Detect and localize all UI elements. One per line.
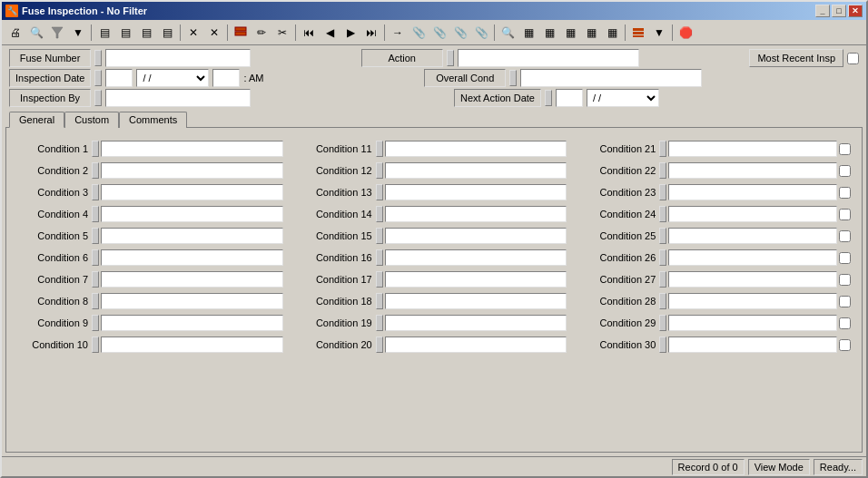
condition-checkbox-25[interactable] [839,230,851,242]
inspection-date-input[interactable] [105,69,133,87]
next-action-input[interactable] [556,89,583,107]
condition-checkbox-24[interactable] [839,209,851,220]
condition-input-2[interactable] [101,162,283,179]
toolbar-arrow[interactable]: → [388,23,408,43]
condition-input-5[interactable] [101,228,283,244]
condition-input-26[interactable] [668,249,837,266]
condition-input-16[interactable] [385,249,567,266]
most-recent-insp-button[interactable]: Most Recent Insp [749,49,843,67]
condition-input-19[interactable] [385,315,567,331]
toolbar-grid3[interactable]: ▦ [560,23,580,43]
next-action-select[interactable]: / / [587,89,659,107]
condition-checkbox-29[interactable] [839,317,851,329]
toolbar-layers[interactable] [231,23,251,43]
toolbar-pencil[interactable]: ✏ [252,23,271,43]
condition-input-24[interactable] [668,206,837,222]
condition-input-1[interactable] [101,141,283,157]
toolbar-grid4[interactable]: ▦ [581,23,601,43]
condition-input-29[interactable] [668,315,837,331]
condition-input-30[interactable] [668,337,837,353]
toolbar-delete1[interactable]: ✕ [183,23,203,43]
condition-input-4[interactable] [101,206,283,222]
toolbar-stop[interactable]: 🛑 [676,23,695,43]
condition-input-8[interactable] [101,293,283,309]
toolbar-list3[interactable]: ▤ [136,23,156,43]
condition-checkbox-28[interactable] [839,296,851,307]
condition-checkbox-23[interactable] [839,187,851,199]
toolbar-prev[interactable]: ◀ [320,23,340,43]
tab-custom[interactable]: Custom [64,112,119,128]
condition-input-13[interactable] [385,184,567,200]
fuse-number-input[interactable] [105,49,251,67]
condition-checkbox-21[interactable] [839,143,851,155]
condition-label-4: Condition 4 [17,209,90,219]
toolbar-list1[interactable]: ▤ [94,23,114,43]
condition-row-19: Condition 19 [301,313,567,333]
toolbar-list4[interactable]: ▤ [157,23,177,43]
condition-input-6[interactable] [101,249,283,266]
condition-input-25[interactable] [668,228,837,244]
toolbar-attach4[interactable]: 📎 [471,23,491,43]
inspection-by-input[interactable] [105,89,251,107]
toolbar-first[interactable]: ⏮ [299,23,319,43]
condition-input-28[interactable] [668,293,837,309]
inspection-time-input[interactable] [212,69,240,87]
condition-input-10[interactable] [101,337,283,353]
toolbar-attach3[interactable]: 📎 [450,23,470,43]
toolbar-filter[interactable] [47,23,67,43]
condition-input-11[interactable] [385,141,567,157]
toolbar-next[interactable]: ▶ [340,23,360,43]
toolbar-filter-dropdown[interactable]: ▼ [68,23,88,43]
condition-checkbox-22[interactable] [839,165,851,177]
toolbar-grid2[interactable]: ▦ [539,23,559,43]
condition-input-23[interactable] [668,184,837,200]
condition-checkbox-26[interactable] [839,252,851,264]
toolbar-dropdown2[interactable]: ▼ [649,23,669,43]
toolbar-delete2[interactable]: ✕ [204,23,224,43]
toolbar-list2[interactable]: ▤ [115,23,135,43]
toolbar-preview[interactable]: 🔍 [26,23,46,43]
condition-label-5: Condition 5 [17,230,90,241]
condition-input-15[interactable] [385,228,567,244]
condition-indicator-27 [659,271,666,288]
condition-input-17[interactable] [385,271,567,288]
tabs: General Custom Comments [9,111,859,127]
condition-label-24: Condition 24 [585,209,657,219]
maximize-button[interactable]: □ [832,5,846,17]
condition-input-3[interactable] [101,184,283,200]
condition-checkbox-30[interactable] [839,339,851,351]
minimize-button[interactable]: _ [815,5,830,17]
condition-input-7[interactable] [101,271,283,288]
inspection-date-select[interactable]: / / [136,69,209,87]
inspection-date-indicator [94,70,102,86]
condition-label-19: Condition 19 [301,317,374,328]
action-input[interactable] [458,49,639,67]
toolbar-last[interactable]: ⏭ [361,23,381,43]
toolbar-grid5[interactable]: ▦ [602,23,622,43]
condition-input-9[interactable] [101,315,283,331]
toolbar-attach2[interactable]: 📎 [429,23,449,43]
condition-row-9: Condition 9 [17,313,283,333]
condition-input-21[interactable] [668,141,837,157]
condition-row-15: Condition 15 [301,226,567,246]
toolbar-attach1[interactable]: 📎 [409,23,429,43]
condition-input-27[interactable] [668,271,837,288]
condition-input-22[interactable] [668,162,837,179]
tab-general[interactable]: General [9,112,64,128]
close-button[interactable]: ✕ [848,5,863,17]
condition-input-20[interactable] [385,337,567,353]
toolbar-layers2[interactable] [628,23,648,43]
toolbar-print[interactable]: 🖨 [5,23,25,43]
toolbar-cut[interactable]: ✂ [272,23,292,43]
toolbar: 🖨 🔍 ▼ ▤ ▤ ▤ ▤ ✕ ✕ ✏ ✂ ⏮ ◀ ▶ ⏭ → 📎 📎 📎 [2,20,866,45]
condition-input-14[interactable] [385,206,567,222]
condition-checkbox-27[interactable] [839,274,851,286]
most-recent-checkbox[interactable] [847,53,859,64]
condition-indicator-15 [376,228,383,244]
condition-input-18[interactable] [385,293,567,309]
condition-input-12[interactable] [385,162,567,179]
overall-cond-input[interactable] [520,69,702,87]
toolbar-zoom[interactable]: 🔍 [498,23,518,43]
toolbar-grid1[interactable]: ▦ [518,23,538,43]
tab-comments[interactable]: Comments [119,112,187,128]
